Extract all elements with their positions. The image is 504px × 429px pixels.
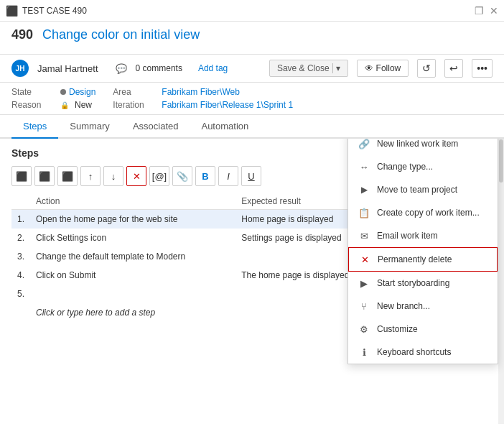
work-item-id: 490 [11,27,33,42]
follow-button[interactable]: 👁 Follow [357,60,409,77]
copy-icon: 📋 [358,207,370,218]
fields-row: State Design Reason 🔒 New Area Fabrikam … [0,83,504,115]
follow-icon: 👁 [365,63,373,73]
title-bar: ⬛ TEST CASE 490 ❐ ✕ [0,0,504,22]
menu-item-move-team[interactable]: ▶ Move to team project [348,178,498,201]
step-action[interactable]: Click Settings icon [30,229,235,247]
menu-item-storyboarding[interactable]: ▶ Start storyboarding [348,272,498,295]
iteration-field: Iteration Fabrikam Fiber\Release 1\Sprin… [113,100,293,110]
state-field-group: State Design Reason 🔒 New [11,87,95,110]
step-action[interactable] [30,285,235,303]
move-up-button[interactable]: ↑ [80,166,101,186]
work-item-title: 490 Change color on initial view [11,27,493,42]
menu-item-email[interactable]: ✉ Email work item [348,224,498,247]
insert-param-button[interactable]: [@] [149,166,169,186]
menu-label-delete: Permanently delete [378,254,452,264]
menu-item-copy-work-item[interactable]: 📋 Create copy of work item... [348,201,498,224]
menu-label-change-type: Change type... [377,162,433,172]
comments-button[interactable]: 0 comments [136,63,182,73]
col-action: Action [30,193,235,210]
avatar: JH [11,60,29,77]
menu-label-customize: Customize [377,324,418,334]
add-tag-button[interactable]: Add tag [191,60,235,76]
save-close-button[interactable]: Save & Close ▾ [269,60,348,77]
menu-label-move-team: Move to team project [377,185,457,195]
branch-icon: ⑂ [358,300,370,312]
menu-item-new-branch[interactable]: ⑂ New branch... [348,295,498,318]
insert-step-button[interactable]: ⬛ [11,166,32,186]
menu-label-branch: New branch... [377,301,430,311]
follow-label: Follow [376,63,401,73]
menu-item-customize[interactable]: ⚙ Customize [348,318,498,341]
menu-item-change-type[interactable]: ↔ Change type... [348,155,498,178]
bold-button[interactable]: B [195,166,215,186]
state-field: State Design [11,87,95,97]
delete-icon: ✕ [359,254,370,265]
close-icon[interactable]: ✕ [490,5,498,17]
maximize-icon[interactable]: ❐ [475,5,484,17]
move-down-button[interactable]: ↓ [103,166,123,186]
state-value: Design [69,87,95,97]
menu-label-keyboard: Keyboard shortcuts [377,347,451,357]
tab-automation[interactable]: Automation [190,115,260,139]
scrollbar[interactable] [498,139,504,424]
area-label: Area [113,87,156,97]
step-action[interactable]: Change the default template to Modern [30,247,235,266]
step-num: 3. [11,247,30,266]
step-action[interactable]: Click on Submit [30,266,235,285]
menu-label-copy: Create copy of work item... [377,208,480,218]
undo-button[interactable]: ↩ [444,59,463,78]
step-num: 1. [11,210,30,229]
change-type-icon: ↔ [358,161,370,172]
state-label: State [11,87,55,97]
reason-field: Reason 🔒 New [11,100,95,110]
delete-step-button[interactable]: ✕ [126,166,146,186]
area-field-group: Area Fabrikam Fiber\Web Iteration Fabrik… [113,87,293,110]
storyboard-icon: ▶ [358,277,370,289]
area-value: Fabrikam Fiber\Web [162,87,239,97]
step-action[interactable]: Open the home page for the web site [30,210,235,229]
user-name: Jamal Hartnett [37,63,98,74]
menu-item-keyboard-shortcuts[interactable]: ℹ Keyboard shortcuts [348,341,498,364]
new-linked-icon: 🔗 [358,139,370,149]
italic-button[interactable]: I [218,166,238,186]
refresh-button[interactable]: ↺ [417,59,436,78]
app-icon: ⬛ [6,5,18,17]
create-shared-button[interactable]: ⬛ [57,166,78,186]
menu-item-new-linked[interactable]: 🔗 New linked work item [348,139,498,155]
insert-shared-step-button[interactable]: ⬛ [34,166,55,186]
attach-button[interactable]: 📎 [172,166,192,186]
tab-steps[interactable]: Steps [11,115,58,139]
window-title: TEST CASE 490 [22,6,87,16]
save-close-label: Save & Close [277,63,330,73]
iteration-label: Iteration [113,100,156,110]
iteration-value: Fabrikam Fiber\Release 1\Sprint 1 [162,100,293,110]
customize-icon: ⚙ [358,323,370,335]
save-close-dropdown-icon[interactable]: ▾ [332,63,340,73]
lock-icon: 🔒 [60,101,69,109]
step-num: 5. [11,285,30,303]
step-num: 4. [11,266,30,285]
area-field: Area Fabrikam Fiber\Web [113,87,293,97]
menu-label-email: Email work item [377,231,438,241]
keyboard-icon: ℹ [358,346,370,358]
tabs-row: Steps Summary Associated Automation [0,115,504,139]
dropdown-menu: 🔗 New linked work item ↔ Change type... … [347,139,498,364]
col-num [11,193,30,210]
email-icon: ✉ [358,230,370,241]
tab-summary[interactable]: Summary [58,115,121,139]
reason-label: Reason [11,100,55,110]
toolbar-row: JH Jamal Hartnett 💬 0 comments Add tag S… [0,55,504,83]
underline-button[interactable]: U [241,166,261,186]
work-item-header: 490 Change color on initial view [0,22,504,55]
work-item-title-text: Change color on initial view [42,27,200,42]
step-num: 2. [11,229,30,247]
reason-value: New [75,100,92,110]
menu-item-permanently-delete[interactable]: ✕ Permanently delete [348,247,498,272]
more-options-button[interactable]: ••• [472,59,493,78]
comment-icon: 💬 [116,63,127,74]
state-badge: Design [60,87,95,97]
tab-associated[interactable]: Associated [121,115,190,139]
title-bar-left: ⬛ TEST CASE 490 [6,5,87,17]
scrollbar-thumb[interactable] [499,139,503,183]
